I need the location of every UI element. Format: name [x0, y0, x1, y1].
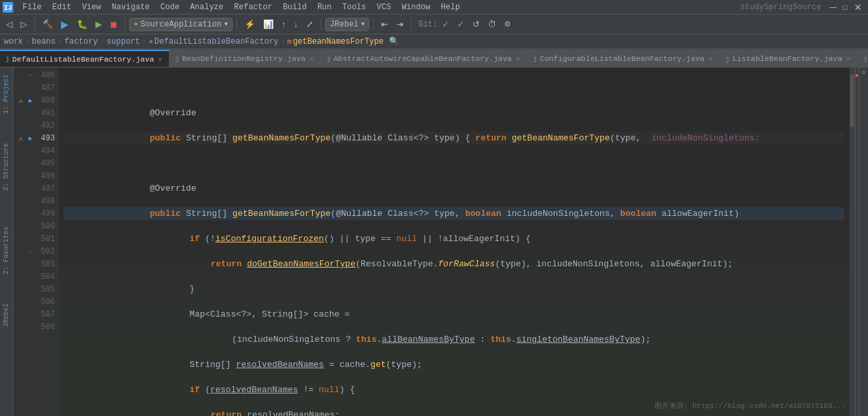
- tab-bean-definition[interactable]: j BeanDefinitionRegistry.java ✕: [170, 50, 321, 67]
- gutter-row-503: 503: [13, 258, 58, 270]
- menu-analyze[interactable]: Analyze: [185, 0, 229, 14]
- sidebar-favorites-label[interactable]: 2: Favorites: [1, 223, 11, 278]
- code-editor[interactable]: @Override public String[] getBeanNamesFo…: [58, 68, 849, 416]
- source-app-dropdown[interactable]: ● SourceApplication ▼: [129, 18, 233, 31]
- minimize-button[interactable]: ─: [826, 1, 840, 14]
- breadcrumb-icon2: m: [288, 38, 292, 46]
- breadcrumb-factory[interactable]: factory: [64, 37, 97, 46]
- breadcrumb-icon: ●: [148, 38, 153, 46]
- tab-label2: BeanDefinitionRegistry.java: [182, 54, 305, 63]
- menu-vcs[interactable]: VCS: [372, 0, 397, 14]
- sidebar-project-label[interactable]: 1: Project: [1, 70, 11, 118]
- tab-close4[interactable]: ✕: [707, 54, 714, 63]
- tab-close[interactable]: ✕: [157, 55, 164, 64]
- tab-close3[interactable]: ✕: [515, 54, 522, 63]
- maximize-button[interactable]: □: [840, 2, 851, 13]
- breadcrumb-work[interactable]: work: [4, 37, 23, 46]
- back-button[interactable]: ◁: [3, 18, 16, 30]
- code-line-491: [64, 157, 844, 170]
- git-refresh[interactable]: ↺: [469, 18, 483, 30]
- gutter-row-501: 501: [13, 233, 58, 245]
- sidebar-jrebel-label[interactable]: JRebel: [1, 299, 11, 331]
- coverage-button[interactable]: ⚡: [241, 18, 258, 30]
- tab-icon-j4: j: [533, 55, 537, 63]
- tab-abstract-autowire[interactable]: j AbstractAutowireCapableBeanFactory.jav…: [321, 50, 527, 67]
- run-config-button[interactable]: ▶: [92, 18, 105, 30]
- menu-view[interactable]: View: [77, 0, 107, 14]
- fold-icon-502[interactable]: –: [27, 248, 34, 256]
- gutter-row-497: 497: [13, 182, 58, 195]
- menu-build[interactable]: Build: [278, 0, 312, 14]
- tab-icon-j2: j: [175, 55, 180, 63]
- gutter-space-504: [27, 273, 34, 281]
- tab-default-listable[interactable]: j DefaultListableBeanFactory.java ✕: [0, 50, 170, 67]
- run-button[interactable]: ▶: [58, 17, 72, 32]
- tab-close2[interactable]: ✕: [308, 54, 315, 63]
- menu-navigate[interactable]: Navigate: [106, 0, 155, 14]
- gutter-space-501: [27, 235, 34, 243]
- git-checkmark1[interactable]: ✓: [439, 18, 453, 30]
- gutter-space-497: [27, 185, 34, 193]
- warn-icon-493[interactable]: ⚠: [17, 134, 25, 142]
- git-merge-button[interactable]: ⤢: [303, 18, 317, 30]
- menu-file[interactable]: File: [17, 0, 47, 14]
- gutter-space-487: [27, 84, 34, 92]
- sidebar-structure-label[interactable]: 2: Structure: [1, 139, 11, 195]
- breadcrumb-beans[interactable]: beans: [32, 37, 56, 46]
- outdent-button[interactable]: ⇥: [393, 18, 407, 30]
- gutter-space-507: [27, 311, 34, 319]
- tab-configurable-listable[interactable]: j ConfigurableListableBeanFactory.java ✕: [527, 50, 720, 67]
- right-sidebar-btn1[interactable]: ⚙: [860, 69, 868, 77]
- stop-button[interactable]: ◼: [107, 18, 121, 30]
- gutter-row-491: 491: [13, 107, 58, 119]
- menu-run[interactable]: Run: [312, 0, 337, 14]
- fold-icon-486[interactable]: –: [27, 72, 34, 79]
- menu-help[interactable]: Help: [435, 0, 465, 14]
- breadcrumb-support[interactable]: support: [107, 37, 140, 46]
- menu-tools[interactable]: Tools: [337, 0, 372, 14]
- tab-label4: ConfigurableListableBeanFactory.java: [540, 54, 704, 63]
- forward-button[interactable]: ▷: [17, 18, 30, 30]
- git-push-button[interactable]: ↑: [278, 18, 290, 30]
- close-button[interactable]: ✕: [851, 1, 865, 14]
- git-checkmark2[interactable]: ✓: [454, 18, 468, 30]
- tab-close5[interactable]: ✕: [845, 54, 852, 63]
- warn-icon-488[interactable]: ⚠: [17, 97, 25, 105]
- jrebel-dropdown[interactable]: JRebel ▼: [325, 18, 370, 31]
- gutter-space-498: [27, 197, 34, 205]
- gutter-row-507: 507: [13, 308, 58, 321]
- debug-button[interactable]: 🐛: [74, 18, 91, 30]
- breadcrumb-method[interactable]: getBeanNamesForType: [293, 37, 384, 46]
- tab-icon-j5: j: [726, 55, 730, 63]
- profile-button[interactable]: 📊: [260, 18, 277, 30]
- gutter-space-503: [27, 260, 34, 268]
- run-icon-493[interactable]: ▶: [27, 134, 34, 142]
- vertical-scrollbar[interactable]: [849, 68, 855, 416]
- build-button[interactable]: 🔨: [39, 18, 56, 30]
- main-layout: 1: Project 2: Structure 2: Favorites JRe…: [0, 68, 868, 416]
- git-history[interactable]: ⏱: [484, 18, 500, 30]
- tab-configurable-be[interactable]: j ConfigurableBe... ⚠ ✕: [858, 50, 868, 67]
- search-icon[interactable]: 🔍: [389, 36, 399, 46]
- error-indicator: [855, 74, 858, 77]
- menu-edit[interactable]: Edit: [47, 0, 77, 14]
- indent-button[interactable]: ⇤: [378, 18, 392, 30]
- git-pull-button[interactable]: ↓: [290, 18, 301, 30]
- run-icon-488[interactable]: ▶: [27, 97, 34, 105]
- app-title: studySpringSource: [740, 3, 821, 12]
- menu-bar: IJ File Edit View Navigate Code Analyze …: [0, 0, 868, 15]
- menu-window[interactable]: Window: [396, 0, 435, 14]
- tab-listable[interactable]: j ListableBeanFactory.java ✕: [720, 50, 858, 67]
- tab-bar: j DefaultListableBeanFactory.java ✕ j Be…: [0, 49, 868, 68]
- gutter-row-506: 506: [13, 295, 58, 308]
- breadcrumb-class[interactable]: DefaultListableBeanFactory: [154, 37, 278, 46]
- menu-code[interactable]: Code: [155, 0, 185, 14]
- git-branch[interactable]: ⚙: [501, 19, 514, 30]
- code-line-495: return doGetBeanNamesForType(ResolvableT…: [64, 258, 844, 270]
- scrollbar-thumb[interactable]: [850, 74, 854, 127]
- tab-icon-j3: j: [327, 55, 331, 63]
- menu-refactor[interactable]: Refactor: [229, 0, 278, 14]
- gutter-row-494: 494: [13, 144, 58, 157]
- gutter-row-502: – 502: [13, 245, 58, 258]
- gutter-row-499: 499: [13, 207, 58, 220]
